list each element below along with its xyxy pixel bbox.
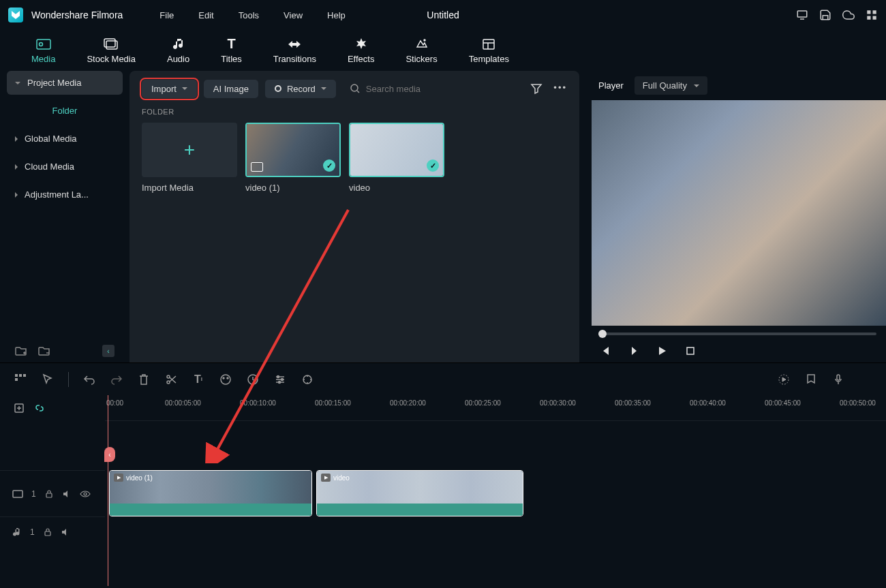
apps-icon[interactable] — [14, 373, 27, 386]
ruler-tick: 00:00:10:00 — [240, 399, 276, 407]
global-media-label: Global Media — [25, 134, 77, 144]
save-icon[interactable] — [819, 9, 831, 21]
audio-lock-icon[interactable] — [43, 527, 52, 537]
sidebar-project-media[interactable]: Project Media — [7, 71, 123, 95]
import-media-card[interactable]: + Import Media — [142, 123, 237, 193]
video-mute-icon[interactable] — [62, 489, 72, 499]
marker-icon[interactable] — [804, 373, 818, 386]
ai-image-label: AI Image — [213, 84, 249, 94]
media-thumb-video2[interactable]: ✓ — [349, 123, 444, 177]
audio-mixer-icon[interactable] — [859, 373, 872, 386]
svg-rect-0 — [797, 11, 807, 17]
adjust-icon[interactable] — [273, 373, 287, 386]
tab-audio-label: Audio — [167, 54, 189, 64]
undo-icon[interactable] — [82, 373, 96, 386]
filter-icon[interactable] — [530, 82, 543, 95]
clip-audio-wave — [317, 504, 523, 516]
menu-file[interactable]: File — [147, 10, 186, 20]
tab-transitions[interactable]: Transitions — [268, 36, 322, 65]
mic-icon[interactable] — [831, 373, 845, 386]
scrubber-handle[interactable] — [598, 330, 607, 338]
stop-button[interactable] — [684, 345, 697, 357]
redo-icon[interactable] — [110, 373, 123, 386]
link-icon[interactable] — [34, 403, 45, 414]
timeline-ruler[interactable]: 00:00 00:00:05:00 00:00:10:00 00:00:15:0… — [105, 395, 886, 421]
step-back-button[interactable] — [627, 345, 639, 357]
tab-audio[interactable]: Audio — [162, 36, 195, 65]
timeline: 1 1 ‹ 00:00 00:00:05:00 00:00:10:00 00:0… — [0, 395, 886, 586]
tab-templates[interactable]: Templates — [463, 36, 515, 65]
tab-media[interactable]: Media — [26, 36, 61, 65]
media-card-video2[interactable]: ✓ video — [349, 123, 444, 193]
color-icon[interactable] — [219, 373, 232, 386]
speed-icon[interactable] — [246, 373, 260, 386]
media-icon — [35, 37, 52, 51]
sidebar-cloud-media[interactable]: Cloud Media — [7, 155, 123, 179]
ai-image-button[interactable]: AI Image — [204, 80, 258, 98]
search-input[interactable] — [366, 84, 513, 94]
monitor-icon[interactable] — [796, 9, 808, 21]
prev-frame-button[interactable] — [598, 345, 611, 357]
media-name-video2: video — [349, 183, 444, 193]
cursor-tool-icon[interactable] — [41, 373, 55, 386]
delete-icon[interactable] — [137, 373, 151, 386]
ruler-tick: 00:00:40:00 — [690, 399, 726, 407]
delete-folder-icon[interactable] — [38, 345, 50, 356]
svg-rect-2 — [867, 10, 870, 14]
menu-view[interactable]: View — [271, 10, 315, 20]
record-button[interactable]: Record — [265, 80, 336, 98]
tab-titles[interactable]: T Titles — [215, 36, 247, 65]
grid-icon[interactable] — [866, 9, 878, 21]
play-button[interactable] — [656, 345, 668, 357]
video-lock-icon[interactable] — [44, 489, 54, 499]
svg-rect-42 — [13, 491, 22, 497]
import-button[interactable]: Import — [142, 80, 197, 98]
add-track-icon[interactable] — [14, 403, 25, 414]
sidebar-global-media[interactable]: Global Media — [7, 127, 123, 151]
menu-help[interactable]: Help — [315, 10, 358, 20]
menu-tools[interactable]: Tools — [226, 10, 271, 20]
audio-mute-icon[interactable] — [61, 527, 70, 537]
scrubber-track[interactable] — [598, 332, 876, 335]
import-media-thumb[interactable]: + — [142, 123, 237, 177]
render-icon[interactable] — [777, 373, 791, 386]
film-strip-icon — [251, 162, 263, 172]
tab-stock-label: Stock Media — [87, 54, 136, 64]
playhead-handle[interactable]: ‹ — [104, 447, 115, 462]
sidebar-folder[interactable]: Folder — [7, 99, 123, 123]
sidebar-adjustment-layer[interactable]: Adjustment La... — [7, 183, 123, 206]
timeline-toolbar: TI — [0, 362, 886, 395]
tab-stickers[interactable]: Stickers — [400, 36, 442, 65]
playhead-line[interactable] — [108, 395, 108, 586]
more-icon[interactable]: ••• — [553, 82, 567, 95]
tab-stock-media[interactable]: Stock Media — [81, 36, 141, 65]
special-icon[interactable] — [301, 373, 314, 386]
media-thumb-video1[interactable]: ✓ — [245, 123, 341, 177]
video-visible-icon[interactable] — [80, 490, 91, 498]
svg-point-33 — [277, 375, 279, 377]
ruler-tick: 00:00:30:00 — [540, 399, 576, 407]
cloud-icon[interactable] — [842, 9, 855, 21]
menubar: Wondershare Filmora File Edit Tools View… — [0, 0, 886, 30]
cut-icon[interactable] — [164, 373, 178, 386]
tab-stickers-label: Stickers — [406, 54, 437, 64]
svg-point-28 — [227, 377, 228, 379]
media-card-video1[interactable]: ✓ video (1) — [245, 123, 341, 193]
menu-edit[interactable]: Edit — [186, 10, 226, 20]
text-tool-icon[interactable]: TI — [192, 373, 205, 386]
preview-video-frame[interactable] — [592, 100, 886, 326]
app-title: Wondershare Filmora — [31, 10, 123, 20]
new-folder-icon[interactable] — [15, 345, 27, 356]
timeline-clip-1[interactable]: ▶ video (1) — [109, 470, 312, 516]
adjustment-layer-label: Adjustment La... — [25, 189, 89, 200]
timeline-content[interactable]: ‹ 00:00 00:00:05:00 00:00:10:00 00:00:15… — [105, 395, 886, 586]
ruler-tick: 00:00:45:00 — [765, 399, 801, 407]
timeline-clip-2[interactable]: ▶ video — [316, 470, 523, 516]
tab-effects[interactable]: Effects — [342, 36, 380, 65]
audio-track-icon[interactable] — [12, 527, 22, 538]
quality-dropdown[interactable]: Full Quality — [635, 76, 707, 95]
collapse-sidebar-button[interactable]: ‹ — [102, 345, 114, 357]
preview-header: Player Full Quality — [589, 71, 886, 100]
video-track-icon[interactable] — [12, 489, 23, 499]
media-grid: + Import Media ✓ video (1) ✓ video — [142, 123, 567, 193]
